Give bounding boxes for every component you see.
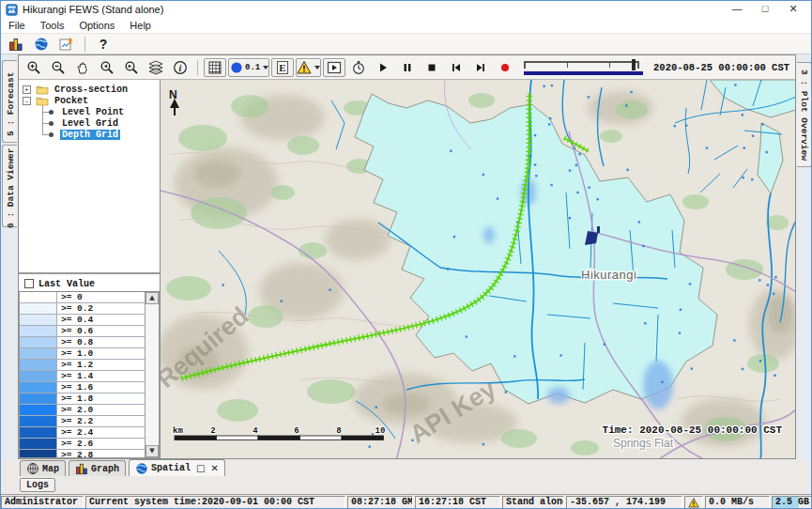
blue-dot-icon — [229, 60, 244, 75]
map-canvas[interactable]: API Key Required API Key Required — [161, 80, 795, 458]
legend-value-label: >= 0.6 — [57, 326, 145, 336]
status-text: 0.0 MB/s — [709, 497, 754, 508]
legend-row[interactable]: >= 1.6 — [20, 382, 145, 393]
scroll-track[interactable] — [146, 304, 159, 445]
legend-row[interactable]: >= 2.8 — [20, 450, 145, 458]
status-text: 2.5 GB — [775, 497, 809, 508]
collapse-icon[interactable]: - — [23, 97, 31, 105]
place-label-town: Hikurangi — [581, 268, 636, 282]
tree-item-pocket[interactable]: -Pocket — [19, 95, 160, 106]
menu-tools[interactable]: Tools — [33, 18, 72, 33]
right-tab-strip: 3 : Plot Overview — [796, 54, 812, 459]
stop-button[interactable] — [421, 58, 443, 77]
database-viewer-button[interactable] — [55, 35, 78, 54]
close-view-button[interactable]: ✕ — [211, 463, 219, 473]
menu-help[interactable]: Help — [122, 18, 159, 33]
step-forward-button[interactable] — [469, 58, 492, 77]
tab-map[interactable]: Map — [20, 460, 66, 476]
scroll-down-button[interactable]: ▼ — [146, 445, 159, 457]
pan-button[interactable] — [71, 58, 94, 77]
zoom-previous-button[interactable] — [96, 58, 118, 77]
legend-row[interactable]: >= 1.8 — [20, 393, 145, 405]
pause-button[interactable] — [396, 58, 419, 77]
step-back-button[interactable] — [445, 58, 467, 77]
tab-spatial[interactable]: Spatial□✕ — [129, 459, 225, 476]
zoom-next-button[interactable] — [120, 58, 143, 77]
time-slider[interactable] — [524, 59, 643, 76]
restore-view-button[interactable]: □ — [196, 463, 205, 473]
legend-button[interactable]: E — [271, 58, 294, 77]
legend-scrollbar[interactable]: ▲ ▼ — [145, 292, 159, 457]
legend-row[interactable]: >= 1.0 — [20, 348, 145, 360]
legend-row[interactable]: >= 0.6 — [20, 326, 145, 337]
status-mouse-coordinates: -35.657 , 174.199 — [566, 496, 682, 509]
animation-button[interactable] — [323, 58, 345, 77]
legend-row[interactable]: >= 0.2 — [20, 303, 145, 315]
close-button[interactable]: ✕ — [779, 1, 807, 18]
pan-icon — [75, 60, 90, 75]
status-download-rate: 0.0 MB/s — [705, 496, 770, 509]
legend-row[interactable]: >= 0.8 — [20, 337, 145, 348]
expand-icon[interactable]: + — [23, 85, 31, 94]
svg-text:4: 4 — [253, 426, 258, 436]
help-button[interactable]: ? — [92, 35, 115, 54]
zoom-in-button[interactable] — [23, 58, 45, 77]
svg-text:8: 8 — [336, 426, 341, 436]
tree-item-label: Level Point — [60, 107, 126, 117]
play-button[interactable] — [372, 58, 394, 77]
maximize-button[interactable]: □ — [751, 1, 779, 18]
tree-item-depth-grid[interactable]: Depth Grid — [19, 129, 160, 140]
legend-row[interactable]: >= 0 — [20, 292, 145, 303]
tab-forecast[interactable]: 5 : Forecast — [2, 60, 17, 143]
status-text: Current system time:2020-09-01 00:00 CST — [89, 497, 314, 508]
legend-row[interactable]: >= 1.4 — [20, 371, 145, 382]
spatial-display-button[interactable] — [30, 35, 53, 54]
status-text: -35.657 , 174.199 — [570, 497, 666, 508]
thresholds-dropdown[interactable] — [296, 58, 321, 77]
scroll-up-button[interactable]: ▲ — [146, 292, 159, 304]
bars-icon — [8, 37, 23, 52]
view-tab-bar: MapGraphSpatial□✕ — [1, 459, 811, 476]
minimize-button[interactable]: — — [723, 1, 751, 18]
logs-button[interactable]: Logs — [20, 478, 55, 492]
legend-row[interactable]: >= 1.2 — [20, 360, 145, 371]
legend-row[interactable]: >= 2.6 — [20, 439, 145, 450]
tree-connector — [42, 105, 43, 134]
timer-button[interactable] — [347, 58, 370, 77]
left-tab-strip: 5 : Forecast6 : Data Viewer — [1, 54, 18, 459]
svg-text:6: 6 — [294, 426, 299, 436]
legend-swatch — [20, 450, 57, 458]
status-local-time: 16:27:18 CST — [415, 496, 500, 509]
last-value-checkbox[interactable] — [24, 279, 34, 288]
class-break-dropdown[interactable]: 0.1 — [228, 58, 269, 77]
legend-swatch — [20, 303, 57, 314]
time-slider-thumb[interactable] — [632, 59, 636, 70]
grid-display-button[interactable] — [204, 58, 226, 77]
status-current-user: Administrator — [1, 496, 84, 509]
tree-item-level-point[interactable]: Level Point — [19, 106, 160, 117]
zoom-out-button[interactable] — [47, 58, 69, 77]
tab-plot-overview[interactable]: 3 : Plot Overview — [797, 62, 812, 167]
legend-swatch — [20, 315, 57, 325]
time-slider-ruler[interactable] — [524, 61, 639, 69]
tree-item-level-grid[interactable]: Level Grid — [19, 117, 160, 129]
timer-icon — [351, 60, 366, 75]
step-back-icon — [449, 60, 464, 75]
tree-item-cross-section[interactable]: +Cross-section — [19, 84, 160, 95]
menu-file[interactable]: File — [1, 18, 33, 33]
timeseries-dialog-button[interactable] — [5, 35, 27, 54]
legend-row[interactable]: >= 2.4 — [20, 427, 145, 439]
tab-data-viewer[interactable]: 6 : Data Viewer — [2, 145, 17, 227]
record-button[interactable] — [494, 58, 516, 77]
legend-row[interactable]: >= 2.2 — [20, 416, 145, 427]
globe-icon — [34, 37, 49, 52]
tab-graph[interactable]: Graph — [69, 460, 126, 476]
legend-row[interactable]: >= 2.0 — [20, 405, 145, 416]
info-button[interactable]: i — [169, 58, 192, 77]
legend-row[interactable]: >= 0.4 — [20, 315, 145, 326]
layers-button[interactable] — [145, 58, 167, 77]
tab-label: Map — [42, 464, 59, 474]
menu-options[interactable]: Options — [71, 18, 122, 33]
status-text: Stand alone — [506, 497, 564, 508]
legend-swatch — [20, 427, 57, 438]
